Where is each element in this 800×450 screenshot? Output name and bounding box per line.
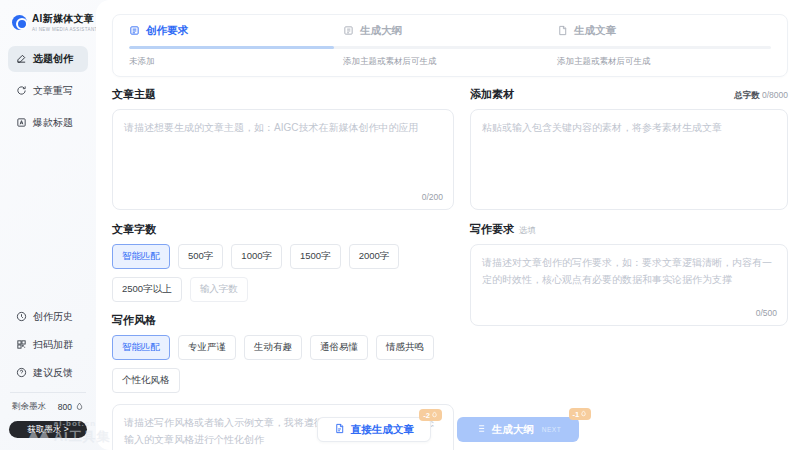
material-total-label: 总字数 xyxy=(734,90,760,100)
stepper-labels: 创作要求 生成大纲 生成文章 xyxy=(129,24,771,38)
step-label: 生成文章 xyxy=(574,24,616,38)
ink-balance: 剩余墨水 800 xyxy=(8,401,88,413)
word-count-option-500[interactable]: 500字 xyxy=(178,244,223,269)
feedback-icon xyxy=(16,367,27,380)
logo-icon xyxy=(12,15,27,30)
document-icon xyxy=(334,423,345,436)
sidebar-item-label: 创作历史 xyxy=(33,310,73,324)
outline-list-icon xyxy=(475,423,486,436)
step-label: 生成大纲 xyxy=(360,24,402,38)
app-window: AI新媒体文章 AI NEW MEDIA ASSISTANT 选题创作 文章重写… xyxy=(0,0,800,450)
style-options: 智能匹配 专业严谨 生动有趣 通俗易懂 情感共鸣 个性化风格 xyxy=(112,335,454,393)
title-icon xyxy=(16,117,27,130)
sidebar-menu: 选题创作 文章重写 爆款标题 xyxy=(8,46,88,136)
creation-form: 文章主题 0/200 文章字数 智能匹配 500字 1000字 1500字 20… xyxy=(112,87,788,450)
generate-article-button[interactable]: 直接生成文章 -2 xyxy=(317,417,431,442)
step-status: 添加主题或素材后可生成 xyxy=(343,56,557,68)
history-icon xyxy=(16,311,27,324)
word-count-option-2000[interactable]: 2000字 xyxy=(349,244,400,269)
get-ink-button[interactable]: 获取墨水 > xyxy=(9,421,87,438)
sidebar-divider xyxy=(10,392,86,393)
word-count-option-smart[interactable]: 智能匹配 xyxy=(112,244,170,269)
stepper-statuses: 未添加 添加主题或素材后可生成 添加主题或素材后可生成 xyxy=(129,56,771,68)
requirements-input[interactable] xyxy=(470,244,788,326)
step-progress-bar xyxy=(129,46,771,49)
sidebar-item-label: 文章重写 xyxy=(33,84,73,98)
sidebar-footer: 创作历史 扫码加群 建议反馈 剩余墨水 800 获取墨水 > xyxy=(8,305,88,438)
generate-outline-cost-badge: -1 xyxy=(569,408,592,420)
step-status: 添加主题或素材后可生成 xyxy=(557,56,771,68)
sidebar-item-topic-creation[interactable]: 选题创作 xyxy=(8,46,88,72)
action-bar: 直接生成文章 -2 生成大纲 NEXT -1 xyxy=(96,417,800,442)
word-count-option-1000[interactable]: 1000字 xyxy=(231,244,282,269)
material-total-value: 0/8000 xyxy=(762,90,788,100)
rewrite-icon xyxy=(16,85,27,98)
step-generate-outline[interactable]: 生成大纲 xyxy=(343,24,557,38)
generate-article-label: 直接生成文章 xyxy=(351,423,414,437)
style-option-plain[interactable]: 通俗易懂 xyxy=(310,335,368,360)
requirements-label: 写作要求 xyxy=(470,222,514,237)
sidebar-item-history[interactable]: 创作历史 xyxy=(8,305,88,329)
topic-input[interactable] xyxy=(112,109,454,210)
app-title: AI新媒体文章 xyxy=(32,12,98,26)
ink-drop-icon xyxy=(431,411,438,420)
outline-icon xyxy=(343,25,354,38)
logo-text: AI新媒体文章 AI NEW MEDIA ASSISTANT xyxy=(32,12,98,32)
cost-value: -1 xyxy=(573,410,580,419)
step-generate-article[interactable]: 生成文章 xyxy=(557,24,771,38)
sidebar-item-hot-title[interactable]: 爆款标题 xyxy=(8,110,88,136)
style-option-emotional[interactable]: 情感共鸣 xyxy=(376,335,434,360)
topic-label: 文章主题 xyxy=(112,87,156,102)
topic-field-wrap: 0/200 xyxy=(112,109,454,210)
style-option-personalized[interactable]: 个性化风格 xyxy=(112,368,180,393)
requirements-counter: 0/500 xyxy=(756,308,777,318)
document-icon xyxy=(557,25,568,38)
generate-article-cost-badge: -2 xyxy=(419,409,442,421)
step-progress-fill xyxy=(129,46,334,49)
style-option-professional[interactable]: 专业严谨 xyxy=(178,335,236,360)
word-count-label: 文章字数 xyxy=(112,222,156,237)
form-icon xyxy=(129,25,140,38)
word-count-option-2500plus[interactable]: 2500字以上 xyxy=(112,277,182,302)
step-creation-requirements[interactable]: 创作要求 xyxy=(129,24,343,38)
material-input[interactable] xyxy=(470,109,788,210)
stepper: 创作要求 生成大纲 生成文章 未添加 添加主题或素材后可生成 添加主题或素材后可… xyxy=(112,14,788,77)
sidebar-item-qr-group[interactable]: 扫码加群 xyxy=(8,333,88,357)
generate-outline-label: 生成大纲 xyxy=(492,423,534,437)
material-label: 添加素材 xyxy=(470,87,514,102)
material-total-count: 总字数 0/8000 xyxy=(734,90,788,102)
sidebar-item-label: 选题创作 xyxy=(33,52,73,66)
style-option-smart[interactable]: 智能匹配 xyxy=(112,335,170,360)
ink-balance-label: 剩余墨水 xyxy=(12,401,46,413)
cost-value: -2 xyxy=(423,411,430,420)
sidebar-item-article-rewrite[interactable]: 文章重写 xyxy=(8,78,88,104)
sidebar-item-label: 建议反馈 xyxy=(33,366,73,380)
requirements-field-wrap: 0/500 xyxy=(470,244,788,326)
word-count-custom-input[interactable]: 输入字数 xyxy=(190,277,248,302)
app-logo: AI新媒体文章 AI NEW MEDIA ASSISTANT xyxy=(8,12,88,32)
sidebar: AI新媒体文章 AI NEW MEDIA ASSISTANT 选题创作 文章重写… xyxy=(0,0,96,450)
word-count-option-1500[interactable]: 1500字 xyxy=(290,244,341,269)
ink-drop-icon xyxy=(580,410,587,419)
topic-counter: 0/200 xyxy=(422,192,443,202)
sidebar-item-feedback[interactable]: 建议反馈 xyxy=(8,361,88,385)
requirements-optional-tag: 选填 xyxy=(519,225,536,237)
qr-icon xyxy=(16,339,27,352)
sidebar-item-label: 爆款标题 xyxy=(33,116,73,130)
form-left-column: 文章主题 0/200 文章字数 智能匹配 500字 1000字 1500字 20… xyxy=(112,87,454,450)
app-subtitle: AI NEW MEDIA ASSISTANT xyxy=(32,27,98,32)
material-field-wrap xyxy=(470,109,788,210)
next-tag: NEXT xyxy=(542,426,561,433)
main-panel: 创作要求 生成大纲 生成文章 未添加 添加主题或素材后可生成 添加主题或素材后可… xyxy=(96,0,800,450)
generate-outline-button[interactable]: 生成大纲 NEXT -1 xyxy=(457,417,579,442)
style-label: 写作风格 xyxy=(112,313,156,328)
step-label: 创作要求 xyxy=(146,24,188,38)
style-option-vivid[interactable]: 生动有趣 xyxy=(244,335,302,360)
step-status: 未添加 xyxy=(129,56,343,68)
form-right-column: 添加素材 总字数 0/8000 写作要求 选填 0/500 xyxy=(470,87,788,450)
ink-drop-icon xyxy=(75,402,84,413)
edit-icon xyxy=(16,53,27,66)
word-count-options: 智能匹配 500字 1000字 1500字 2000字 2500字以上 输入字数 xyxy=(112,244,454,302)
ink-balance-value: 800 xyxy=(58,402,72,412)
sidebar-item-label: 扫码加群 xyxy=(33,338,73,352)
